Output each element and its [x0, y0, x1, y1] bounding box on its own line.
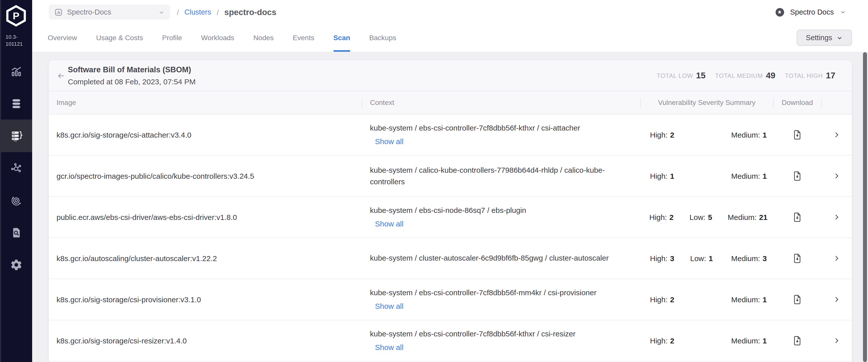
context-text: kube-system / ebs-csi-controller-7cf8dbb… — [370, 287, 625, 298]
breadcrumb-separator: / — [177, 8, 179, 16]
total-medium-value: 49 — [766, 71, 775, 81]
sidebar: P 10.3- 101121 — [0, 0, 32, 362]
sidebar-item-settings[interactable] — [0, 249, 32, 281]
gear-icon — [10, 259, 22, 271]
table-row[interactable]: k8s.gcr.io/autoscaling/cluster-autoscale… — [49, 238, 852, 279]
svg-text:P: P — [13, 10, 19, 21]
severity-high: High:2 — [650, 295, 690, 304]
download-file-icon[interactable] — [793, 212, 802, 223]
settings-button-label: Settings — [806, 34, 832, 42]
back-arrow-icon[interactable] — [57, 72, 65, 79]
severity-high: High:2 — [650, 336, 690, 345]
tab-workloads[interactable]: Workloads — [201, 24, 234, 52]
total-low-value: 15 — [696, 71, 706, 81]
download-file-icon[interactable] — [793, 294, 802, 305]
breadcrumb-current: spectro-docs — [224, 7, 276, 17]
severity-medium: Medium:21 — [727, 213, 767, 222]
severity-high: High:3 — [650, 254, 690, 263]
table-row[interactable]: k8s.gcr.io/sig-storage/csi-provisioner:v… — [49, 279, 852, 320]
table-row[interactable]: gcr.io/spectro-images-public/calico/kube… — [49, 156, 852, 197]
project-selector-label: Spectro-Docs — [67, 8, 158, 16]
table-row[interactable]: k8s.gcr.io/sig-storage/csi-resizer:v1.4.… — [49, 320, 852, 362]
column-header-severity: Vulnerability Severity Summary — [641, 91, 773, 114]
table-row[interactable]: k8s.gcr.io/sig-storage/csi-attacher:v3.4… — [49, 114, 852, 156]
network-icon — [10, 162, 22, 174]
total-high: TOTAL HIGH 17 — [785, 71, 835, 81]
severity-medium: Medium:1 — [731, 336, 767, 345]
clusters-stack-icon — [10, 97, 22, 110]
context-text: kube-system / calico-kube-controllers-77… — [370, 165, 625, 187]
profiles-list-icon — [10, 129, 22, 142]
severity-low: Low:1 — [690, 254, 728, 263]
column-header-context: Context — [362, 91, 641, 114]
image-name: k8s.gcr.io/sig-storage/csi-provisioner:v… — [57, 295, 362, 304]
severity-high: High:1 — [650, 172, 690, 180]
total-low-label: TOTAL LOW — [657, 72, 693, 79]
tab-scan[interactable]: Scan — [333, 24, 350, 52]
tab-usage-costs[interactable]: Usage & Costs — [96, 24, 143, 52]
sidebar-item-clusters[interactable] — [0, 87, 32, 120]
tab-overview[interactable]: Overview — [48, 24, 77, 52]
sbom-completed-at: Completed at 08 Feb, 2023, 07:54 PM — [68, 75, 196, 87]
chevron-right-icon[interactable] — [833, 213, 841, 221]
context-text: kube-system / ebs-csi-controller-7cf8dbb… — [370, 328, 625, 339]
tab-backups[interactable]: Backups — [369, 24, 396, 52]
breadcrumb-separator: / — [217, 8, 219, 16]
project-selector[interactable]: Spectro-Docs — [49, 4, 170, 20]
top-bar: Spectro-Docs / Clusters / spectro-docs S… — [32, 0, 868, 52]
context-text: kube-system / ebs-csi-node-86sq7 / ebs-p… — [370, 205, 625, 216]
download-file-icon[interactable] — [793, 171, 802, 181]
tab-profile[interactable]: Profile — [162, 24, 182, 52]
table-body: k8s.gcr.io/sig-storage/csi-attacher:v3.4… — [49, 114, 852, 362]
show-all-link[interactable]: Show all — [375, 219, 625, 230]
chevron-right-icon[interactable] — [833, 255, 841, 262]
tab-bar: OverviewUsage & CostsProfileWorkloadsNod… — [48, 24, 396, 52]
orbit-icon — [10, 194, 22, 207]
sidebar-item-monitoring[interactable] — [0, 55, 32, 87]
scrollbar-thumb[interactable] — [863, 52, 867, 362]
severity-medium: Medium:1 — [731, 131, 767, 139]
context-text: kube-system / cluster-autoscaler-6c9d9bf… — [370, 253, 625, 264]
settings-button[interactable]: Settings — [797, 30, 852, 46]
sidebar-item-orbit[interactable] — [0, 184, 32, 217]
sbom-card-header: Software Bill of Materials (SBOM) Comple… — [49, 60, 852, 91]
show-all-link[interactable]: Show all — [375, 342, 625, 353]
account-name: Spectro Docs — [790, 8, 834, 16]
image-name: k8s.gcr.io/autoscaling/cluster-autoscale… — [57, 254, 362, 263]
context-text: kube-system / ebs-csi-controller-7cf8dbb… — [370, 122, 625, 134]
sidebar-item-network[interactable] — [0, 152, 32, 184]
show-all-link[interactable]: Show all — [375, 301, 625, 312]
sbom-card: Software Bill of Materials (SBOM) Comple… — [49, 60, 852, 362]
table-header: Image Context Vulnerability Severity Sum… — [49, 91, 852, 114]
account-menu[interactable]: Spectro Docs — [776, 0, 846, 24]
download-file-icon[interactable] — [793, 253, 802, 264]
breadcrumb-link-clusters[interactable]: Clusters — [184, 8, 211, 16]
sidebar-item-scan[interactable] — [0, 217, 32, 249]
chevron-down-icon — [836, 34, 843, 41]
severity-low: Low:5 — [689, 213, 727, 222]
table-row[interactable]: public.ecr.aws/ebs-csi-driver/aws-ebs-cs… — [49, 197, 852, 238]
severity-medium: Medium:1 — [731, 295, 767, 304]
monitoring-icon — [10, 65, 22, 77]
doc-scan-icon — [10, 226, 22, 239]
breadcrumb: / Clusters / spectro-docs — [177, 0, 276, 24]
total-medium: TOTAL MEDIUM 49 — [715, 71, 775, 81]
chevron-right-icon[interactable] — [833, 131, 841, 139]
chevron-right-icon[interactable] — [833, 337, 841, 344]
chevron-right-icon[interactable] — [833, 296, 841, 303]
severity-totals: TOTAL LOW 15 TOTAL MEDIUM 49 TOTAL HIGH … — [657, 60, 835, 91]
download-file-icon[interactable] — [793, 335, 802, 346]
tab-events[interactable]: Events — [293, 24, 314, 52]
chevron-right-icon[interactable] — [833, 172, 841, 180]
chevron-down-icon — [158, 9, 164, 15]
spectro-cloud-logo[interactable]: P — [6, 5, 26, 27]
show-all-link[interactable]: Show all — [375, 136, 625, 147]
image-name: k8s.gcr.io/sig-storage/csi-attacher:v3.4… — [57, 131, 362, 139]
image-name: public.ecr.aws/ebs-csi-driver/aws-ebs-cs… — [57, 213, 362, 222]
sidebar-item-profiles[interactable] — [0, 119, 32, 152]
download-file-icon[interactable] — [793, 130, 802, 140]
tab-nodes[interactable]: Nodes — [253, 24, 274, 52]
severity-high: High:2 — [649, 213, 689, 222]
column-header-image: Image — [49, 91, 362, 114]
total-high-label: TOTAL HIGH — [785, 72, 823, 79]
